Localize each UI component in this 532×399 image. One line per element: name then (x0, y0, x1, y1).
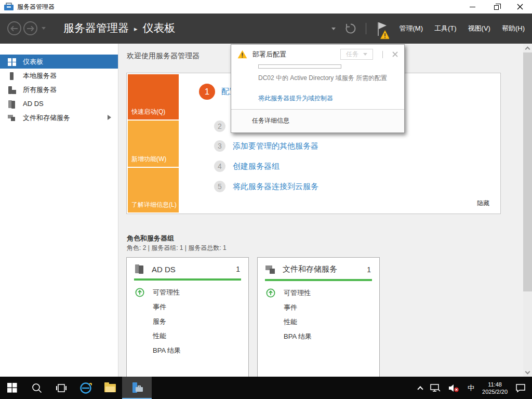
card-item-manageability[interactable]: 可管理性 (127, 285, 248, 300)
card-title[interactable]: AD DS (152, 265, 176, 274)
scrollbar-thumb[interactable] (523, 52, 532, 291)
tile-label: 新增功能(W) (131, 155, 166, 164)
file-explorer-button[interactable] (98, 377, 122, 399)
dismiss-notification-icon[interactable] (392, 51, 398, 57)
menu-help[interactable]: 帮助(H) (501, 22, 526, 35)
card-title[interactable]: 文件和存储服务 (283, 264, 337, 274)
sidebar-item-ad-ds[interactable]: AD DS (0, 97, 118, 111)
sidebar-item-label: 文件和存储服务 (23, 113, 70, 123)
card-item-label: 服务 (153, 317, 166, 326)
scroll-down-button[interactable] (523, 368, 532, 377)
expand-arrow-icon[interactable] (108, 115, 111, 120)
card-item-label: 性能 (153, 331, 166, 341)
refresh-icon[interactable] (345, 23, 356, 34)
notifications-flag-button[interactable] (376, 21, 389, 39)
windows-logo-icon (7, 383, 17, 393)
file-storage-icon (8, 114, 16, 122)
tile-quick-start[interactable]: 快速启动(Q) (128, 74, 179, 119)
card-item-events[interactable]: 事件 (127, 300, 248, 314)
card-item-bpa-results[interactable]: BPA 结果 (127, 343, 248, 358)
warning-badge-icon (380, 30, 389, 39)
breadcrumb: 服务器管理器 ▸ 仪表板 (63, 21, 176, 35)
card-item-performance[interactable]: 性能 (127, 329, 248, 343)
server-dropdown-icon[interactable] (331, 28, 336, 30)
tile-learn-more[interactable]: 了解详细信息(L) (128, 168, 179, 212)
sidebar-item-label: 仪表板 (23, 57, 43, 66)
breadcrumb-root[interactable]: 服务器管理器 (63, 21, 129, 35)
card-item-label: 可管理性 (284, 288, 311, 298)
card-item-label: BPA 结果 (284, 332, 312, 341)
server-manager-window: 服务器管理器 服务器管理器 ▸ 仪表板 (0, 0, 532, 399)
network-icon[interactable] (430, 383, 441, 393)
hide-welcome-link[interactable]: 隐藏 (477, 199, 489, 208)
close-button[interactable] (508, 0, 532, 14)
promote-to-domain-controller-link[interactable]: 将此服务器提升为域控制器 (258, 94, 398, 103)
ad-ds-icon (8, 100, 16, 108)
card-item-label: 可管理性 (153, 288, 180, 297)
up-arrow-status-icon (266, 288, 275, 298)
step-link[interactable]: 添加要管理的其他服务器 (233, 141, 318, 151)
taskbar: 中 11:48 2025/2/20 (0, 377, 532, 399)
sidebar-item-all-servers[interactable]: 所有服务器 (0, 83, 118, 97)
tray-show-hidden-icons-icon[interactable] (417, 386, 423, 392)
step-add-other-servers[interactable]: 3 添加要管理的其他服务器 (214, 140, 318, 152)
sidebar-item-dashboard[interactable]: 仪表板 (0, 55, 118, 69)
action-center-icon[interactable] (515, 383, 526, 393)
volume-muted-icon[interactable] (448, 383, 460, 393)
sidebar-item-local-server[interactable]: 本地服务器 (0, 69, 118, 83)
step-number-badge: 4 (214, 161, 225, 172)
card-item-bpa-results[interactable]: BPA 结果 (258, 329, 379, 344)
card-item-events[interactable]: 事件 (258, 300, 379, 315)
vertical-scrollbar[interactable] (523, 44, 532, 377)
breadcrumb-separator-icon: ▸ (134, 25, 138, 33)
roles-section-stats: 角色: 2 | 服务器组: 1 | 服务器总数: 1 (127, 244, 227, 252)
post-deployment-notification: 部署后配置 任务 DC02 中的 Active Directory 域服务 所需… (231, 44, 405, 133)
step-link[interactable]: 创建服务器组 (233, 162, 280, 171)
card-server-count: 1 (236, 265, 240, 273)
notification-title: 部署后配置 (252, 50, 286, 59)
internet-explorer-button[interactable] (73, 377, 98, 399)
history-dropdown-icon[interactable] (42, 27, 46, 30)
local-server-icon (8, 72, 16, 80)
search-button[interactable] (24, 377, 49, 399)
chevron-down-icon (363, 53, 367, 56)
clock[interactable]: 11:48 2025/2/20 (482, 381, 508, 395)
menu-view[interactable]: 视图(V) (467, 22, 491, 35)
menu-tools[interactable]: 工具(T) (433, 22, 458, 35)
card-server-count: 1 (367, 265, 371, 274)
card-item-services[interactable]: 服务 (127, 314, 248, 329)
back-button[interactable] (7, 21, 21, 35)
scroll-up-button[interactable] (523, 44, 532, 52)
forward-button[interactable] (23, 21, 37, 35)
server-manager-icon (131, 382, 143, 393)
ime-indicator[interactable]: 中 (468, 383, 474, 393)
server-manager-taskbar-button[interactable] (122, 377, 152, 399)
server-manager-app-icon (4, 3, 14, 11)
task-view-button[interactable] (49, 377, 73, 399)
start-button[interactable] (0, 377, 24, 399)
restore-button[interactable] (484, 0, 508, 14)
card-item-manageability[interactable]: 可管理性 (258, 286, 379, 300)
step-number-badge: 1 (199, 84, 215, 100)
minimize-button[interactable] (460, 0, 484, 14)
step-create-server-group[interactable]: 4 创建服务器组 (214, 161, 280, 172)
tile-whats-new[interactable]: 新增功能(W) (128, 121, 179, 167)
dashboard-icon (8, 58, 16, 66)
file-storage-card-icon (265, 265, 276, 274)
card-item-label: 事件 (284, 303, 297, 312)
menu-manage[interactable]: 管理(M) (398, 22, 424, 35)
task-dropdown-button[interactable]: 任务 (340, 49, 373, 60)
sidebar-item-label: AD DS (23, 100, 44, 108)
card-item-label: BPA 结果 (153, 346, 181, 355)
sidebar-item-label: 所有服务器 (23, 85, 57, 95)
sidebar-item-file-storage[interactable]: 文件和存储服务 (0, 111, 118, 125)
step-connect-cloud-services[interactable]: 5 将此服务器连接到云服务 (214, 181, 318, 192)
task-details-link[interactable]: 任务详细信息 (231, 109, 404, 132)
card-item-performance[interactable]: 性能 (258, 315, 379, 329)
file-explorer-icon (104, 384, 116, 392)
task-view-icon (56, 383, 66, 393)
card-file-storage: 文件和存储服务 1 可管理性 事件 性能 (257, 257, 380, 378)
forward-arrow-icon (26, 25, 34, 32)
minimize-icon (470, 7, 475, 7)
step-link[interactable]: 将此服务器连接到云服务 (233, 182, 318, 192)
